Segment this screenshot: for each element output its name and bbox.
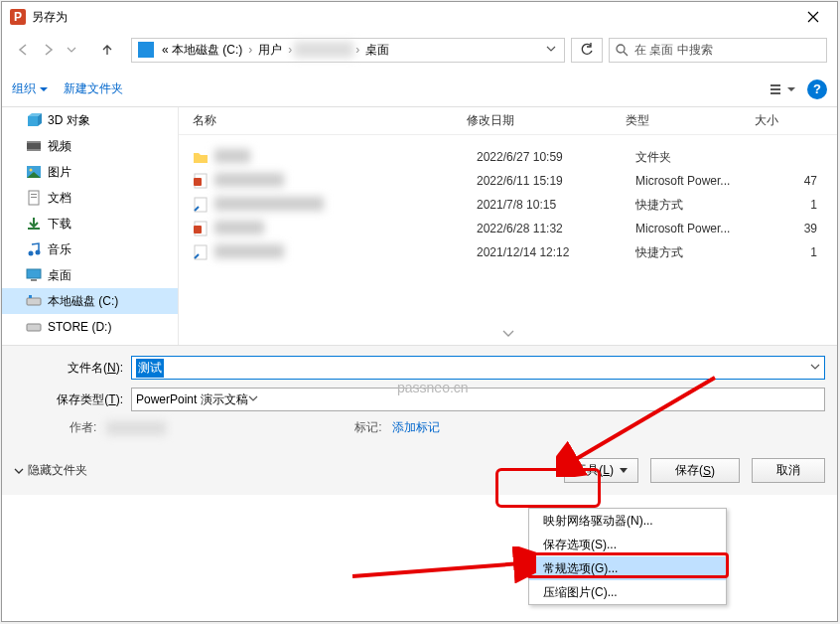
svg-rect-8: [27, 141, 41, 143]
powerpoint-file-icon: [193, 173, 209, 189]
nav-documents[interactable]: 文档: [2, 185, 178, 211]
path-desktop[interactable]: 桌面: [361, 42, 393, 59]
close-button[interactable]: [790, 2, 835, 32]
tools-dropdown[interactable]: 工具(L): [564, 458, 638, 483]
toolbar: 组织 新建文件夹 ?: [2, 72, 837, 107]
nav-row: « 本地磁盘 (C:) › 用户 › › 桌面 在 桌面 中搜索: [2, 32, 837, 68]
svg-rect-20: [27, 298, 41, 305]
svg-point-11: [30, 169, 33, 172]
download-icon: [26, 216, 42, 232]
nav-videos[interactable]: 视频: [2, 133, 178, 159]
nav-music[interactable]: 音乐: [2, 236, 178, 262]
organize-button[interactable]: 组织: [12, 80, 48, 97]
nav-pictures[interactable]: 图片: [2, 159, 178, 185]
caret-down-icon: [620, 468, 628, 473]
path-dropdown[interactable]: [540, 43, 562, 57]
svg-rect-4: [770, 88, 780, 90]
close-icon: [807, 11, 819, 23]
search-box[interactable]: 在 桌面 中搜索: [609, 38, 827, 63]
filetype-label: 保存类型(T):: [14, 391, 131, 408]
drive-icon: [138, 42, 154, 58]
path-sep: ›: [246, 43, 254, 57]
filetype-dropdown-button[interactable]: [248, 392, 258, 406]
filename-label: 文件名(N):: [14, 360, 131, 377]
caret-down-icon: [40, 85, 48, 93]
svg-rect-9: [27, 149, 41, 151]
address-bar[interactable]: « 本地磁盘 (C:) › 用户 › › 桌面: [131, 38, 565, 63]
forward-button[interactable]: [36, 38, 60, 62]
refresh-button[interactable]: [571, 38, 603, 63]
tools-menu: 映射网络驱动器(N)... 保存选项(S)... 常规选项(G)... 压缩图片…: [528, 508, 727, 605]
add-tag-link[interactable]: 添加标记: [392, 419, 440, 436]
search-icon: [616, 44, 629, 57]
folder-icon: [193, 149, 209, 165]
col-name[interactable]: 名称: [179, 112, 467, 129]
powerpoint-file-icon: [193, 221, 209, 236]
path-root[interactable]: « 本地磁盘 (C:): [158, 42, 246, 59]
nav-pane[interactable]: 3D 对象 视频 图片 文档 下载 音乐 桌面 本地磁盘 (C:) STORE …: [2, 107, 179, 345]
svg-rect-14: [31, 197, 37, 198]
document-icon: [26, 190, 42, 206]
svg-point-17: [36, 250, 41, 255]
back-button[interactable]: [12, 38, 36, 62]
svg-point-2: [617, 45, 625, 53]
nav-drive-d[interactable]: STORE (D:): [2, 314, 178, 340]
search-placeholder: 在 桌面 中搜索: [634, 42, 713, 59]
refresh-icon: [580, 43, 594, 57]
picture-icon: [26, 164, 42, 180]
filetype-combo[interactable]: PowerPoint 演示文稿: [131, 388, 825, 411]
file-row[interactable]: 2022/6/27 10:59 文件夹: [179, 145, 837, 169]
file-row[interactable]: 2021/12/14 12:12 快捷方式 1: [179, 240, 837, 264]
svg-rect-27: [194, 226, 202, 234]
chevron-down-icon: [810, 362, 820, 372]
menu-map-drive[interactable]: 映射网络驱动器(N)...: [529, 509, 726, 533]
bottom-panel: 文件名(N): 测试 保存类型(T): PowerPoint 演示文稿 作者: …: [2, 345, 837, 446]
shortcut-icon: [193, 197, 209, 213]
titlebar: P 另存为: [2, 2, 837, 32]
recent-button[interactable]: [60, 38, 83, 62]
menu-general-options[interactable]: 常规选项(G)...: [529, 556, 726, 580]
arrow-right-icon: [41, 43, 55, 57]
filename-history-button[interactable]: [810, 361, 820, 375]
help-button[interactable]: ?: [807, 79, 827, 99]
chevron-down-icon: [546, 44, 556, 54]
path-user-blurred[interactable]: [294, 42, 353, 58]
col-size[interactable]: 大小: [755, 112, 837, 129]
file-row[interactable]: 2022/6/11 15:19 Microsoft Power... 47: [179, 169, 837, 193]
nav-3d-objects[interactable]: 3D 对象: [2, 107, 178, 133]
nav-desktop[interactable]: 桌面: [2, 262, 178, 288]
file-list[interactable]: 名称 修改日期 类型 大小 2022/6/27 10:59 文件夹 2022/6…: [179, 107, 837, 345]
file-row[interactable]: 2022/6/28 11:32 Microsoft Power... 39: [179, 217, 837, 240]
chevron-down-icon: [67, 45, 76, 55]
svg-rect-24: [194, 178, 202, 186]
up-button[interactable]: [95, 38, 119, 62]
hide-folders-button[interactable]: 隐藏文件夹: [14, 462, 87, 479]
svg-rect-5: [770, 92, 780, 94]
caret-down-icon: [787, 85, 795, 93]
view-button[interactable]: [770, 82, 795, 96]
svg-rect-15: [28, 228, 40, 230]
nav-downloads[interactable]: 下载: [2, 211, 178, 236]
cube-icon: [26, 112, 42, 128]
file-row[interactable]: 2021/7/8 10:15 快捷方式 1: [179, 193, 837, 217]
cancel-button[interactable]: 取消: [752, 458, 825, 483]
menu-compress-pictures[interactable]: 压缩图片(C)...: [529, 580, 726, 604]
new-folder-button[interactable]: 新建文件夹: [64, 80, 123, 97]
filetype-value: PowerPoint 演示文稿: [136, 391, 248, 408]
nav-drive-c[interactable]: 本地磁盘 (C:): [2, 288, 178, 314]
footer: 隐藏文件夹 工具(L) 保存(S) 取消: [2, 446, 837, 495]
col-date[interactable]: 修改日期: [467, 112, 626, 129]
svg-rect-22: [27, 324, 41, 331]
main-area: 3D 对象 视频 图片 文档 下载 音乐 桌面 本地磁盘 (C:) STORE …: [2, 107, 837, 345]
drive-icon: [26, 293, 42, 309]
author-value-blurred[interactable]: [106, 421, 166, 435]
chevron-down-icon: [248, 393, 258, 403]
svg-rect-21: [29, 295, 32, 298]
arrow-up-icon: [100, 43, 114, 57]
path-users[interactable]: 用户: [254, 42, 286, 59]
menu-save-options[interactable]: 保存选项(S)...: [529, 533, 726, 556]
chevron-down-icon: [502, 330, 514, 338]
col-type[interactable]: 类型: [626, 112, 755, 129]
save-button[interactable]: 保存(S): [650, 458, 740, 483]
filename-input[interactable]: 测试: [131, 356, 825, 380]
